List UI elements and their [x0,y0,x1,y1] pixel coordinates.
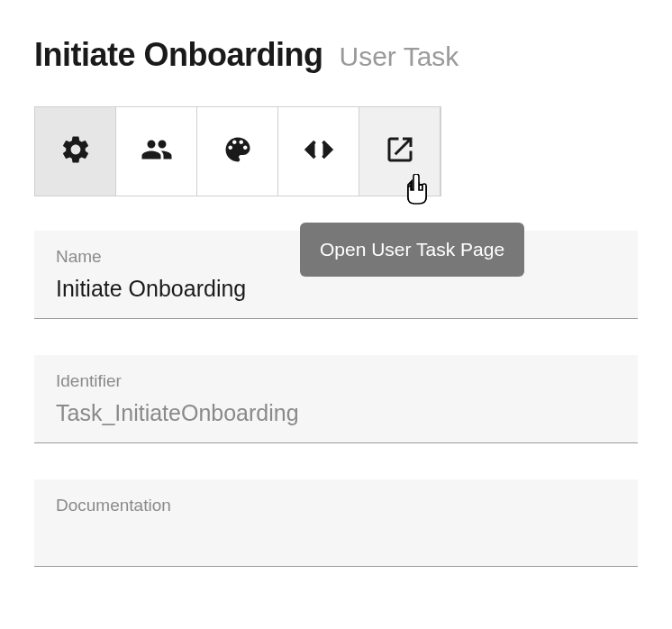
page-subtitle: User Task [340,41,459,72]
field-documentation[interactable]: Documentation [34,479,638,567]
field-documentation-label: Documentation [56,496,616,515]
palette-icon [222,133,254,169]
tab-settings[interactable] [35,107,116,196]
field-identifier-label: Identifier [56,371,616,391]
tab-assignees[interactable] [116,107,197,196]
field-identifier[interactable]: Identifier Task_InitiateOnboarding [34,355,638,443]
tab-open[interactable] [359,107,440,196]
field-documentation-value [56,524,616,550]
gear-icon [59,133,92,169]
people-icon [141,133,173,169]
tab-code[interactable] [278,107,359,196]
tooltip: Open User Task Page [300,223,524,277]
header: Initiate Onboarding User Task [34,36,638,74]
field-name-value: Initiate Onboarding [56,276,616,302]
page-title: Initiate Onboarding [34,36,323,74]
code-icon [303,133,335,169]
tab-palette[interactable] [197,107,278,196]
field-identifier-value: Task_InitiateOnboarding [56,400,616,426]
open-external-icon [384,133,416,169]
tab-bar: Open User Task Page [34,106,441,196]
